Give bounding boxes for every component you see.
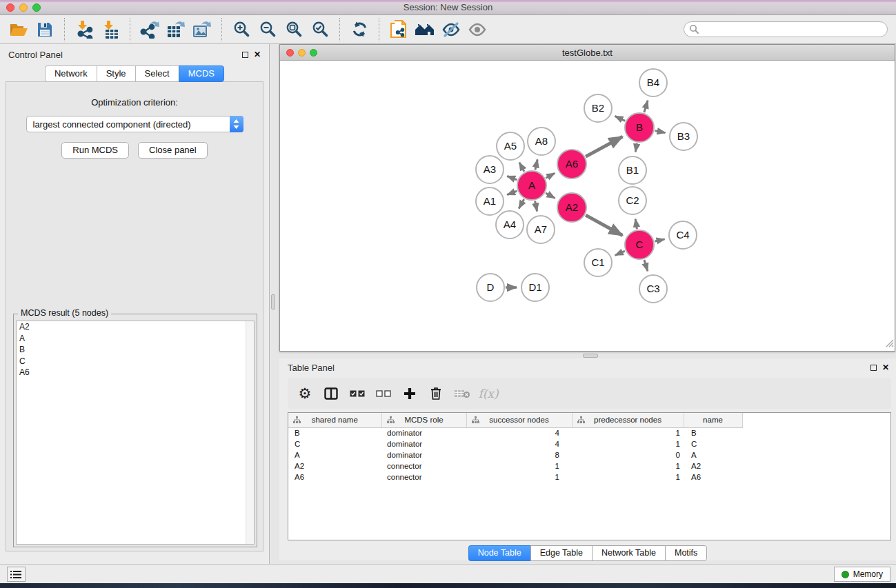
column-header-successor-nodes[interactable]: successor nodes	[466, 413, 572, 427]
graph-node-B3[interactable]: B3	[670, 123, 697, 150]
export-table-icon[interactable]	[165, 19, 187, 41]
graph-edge-B-B2[interactable]	[615, 116, 626, 121]
close-table-panel-icon[interactable]: ✕	[882, 363, 889, 372]
column-header-shared-name[interactable]: shared name	[288, 413, 381, 427]
table-settings-gear-icon[interactable]: ⚙	[295, 383, 315, 404]
export-network-icon[interactable]	[139, 19, 161, 41]
graph-node-B1[interactable]: B1	[619, 156, 646, 184]
column-header-predecessor-nodes[interactable]: predecessor nodes	[572, 413, 684, 427]
graph-edge-B-B1[interactable]	[635, 143, 637, 152]
graph-edge-B-B4[interactable]	[644, 101, 648, 112]
result-item[interactable]: A2	[17, 321, 254, 333]
table-row[interactable]: Adominator80A	[288, 449, 890, 460]
tab-node-table[interactable]: Node Table	[468, 545, 530, 561]
memory-button[interactable]: Memory	[834, 567, 890, 582]
float-table-panel-icon[interactable]	[870, 365, 877, 371]
network-close-button[interactable]	[286, 49, 294, 57]
tab-motifs[interactable]: Motifs	[665, 545, 707, 561]
horizontal-splitter-grip[interactable]	[583, 354, 598, 358]
graph-node-A3[interactable]: A3	[476, 156, 504, 183]
vertical-splitter-grip[interactable]	[271, 294, 275, 310]
search-input[interactable]	[684, 21, 888, 37]
graph-node-A1[interactable]: A1	[476, 187, 504, 215]
save-session-icon[interactable]	[34, 19, 56, 41]
table-row[interactable]: A6connector11A6	[288, 472, 890, 483]
new-network-from-selection-icon[interactable]	[388, 19, 410, 41]
table-row[interactable]: Bdominator41B	[288, 427, 890, 438]
home-networks-icon[interactable]	[414, 19, 436, 41]
show-columns-icon[interactable]	[321, 383, 341, 404]
graph-node-A2[interactable]: A2	[557, 193, 586, 222]
graph-edge-C-C1[interactable]	[615, 251, 625, 255]
show-eye-icon[interactable]	[466, 19, 488, 41]
graph-edge-A-A2[interactable]	[546, 193, 555, 198]
hide-panels-icon[interactable]	[440, 19, 462, 41]
tab-mcds[interactable]: MCDS	[179, 65, 224, 82]
graph-node-D[interactable]: D	[477, 274, 504, 301]
graph-node-C1[interactable]: C1	[584, 249, 612, 276]
refresh-icon[interactable]	[348, 19, 370, 41]
tab-style[interactable]: Style	[97, 65, 135, 82]
graph-node-A4[interactable]: A4	[496, 211, 524, 239]
column-header-mcds-role[interactable]: MCDS role	[381, 413, 466, 427]
select-all-columns-icon[interactable]	[347, 383, 368, 404]
result-item[interactable]: A	[17, 333, 254, 345]
result-item[interactable]: A6	[17, 367, 254, 378]
graph-node-D1[interactable]: D1	[521, 274, 549, 301]
unselect-all-columns-icon[interactable]	[373, 383, 394, 404]
network-minimize-button[interactable]	[298, 49, 306, 57]
import-table-icon[interactable]	[99, 19, 121, 41]
open-session-icon[interactable]	[8, 19, 30, 41]
graph-edge-A-A8[interactable]	[535, 159, 537, 170]
graph-edge-A6-B[interactable]	[586, 136, 622, 156]
close-panel-button[interactable]: Close panel	[138, 142, 208, 159]
table-row[interactable]: A2connector11A2	[288, 460, 890, 472]
graph-edge-A-A6[interactable]	[546, 173, 555, 178]
network-window-titlebar[interactable]: testGlobe.txt	[280, 45, 895, 61]
zoom-in-icon[interactable]	[230, 19, 252, 41]
graph-node-C4[interactable]: C4	[669, 221, 697, 249]
graph-edge-A-A7[interactable]	[535, 201, 537, 212]
zoom-window-button[interactable]	[32, 3, 41, 12]
delete-table-icon[interactable]	[452, 383, 472, 404]
graph-node-A5[interactable]: A5	[497, 132, 524, 160]
graph-node-A8[interactable]: A8	[528, 128, 555, 155]
import-network-icon[interactable]	[73, 19, 95, 41]
network-canvas[interactable]: B4B2BB3A8A5A6A3B1AA1C2A2A4A7C4CC1C3DD1	[280, 61, 895, 351]
zoom-selected-icon[interactable]	[309, 19, 331, 41]
tab-network-table[interactable]: Network Table	[592, 545, 665, 561]
network-zoom-button[interactable]	[310, 49, 317, 57]
graph-node-B[interactable]: B	[625, 113, 654, 142]
graph-edge-A-A5[interactable]	[519, 163, 524, 172]
zoom-fit-icon[interactable]	[283, 19, 305, 41]
graph-node-A[interactable]: A	[517, 171, 546, 200]
graph-edge-C-C3[interactable]	[644, 260, 648, 271]
tab-edge-table[interactable]: Edge Table	[530, 545, 592, 561]
graph-node-C3[interactable]: C3	[639, 275, 667, 303]
tab-network[interactable]: Network	[45, 65, 97, 82]
graph-node-C2[interactable]: C2	[619, 187, 646, 214]
window-resize-grip[interactable]	[884, 338, 894, 350]
float-panel-icon[interactable]	[242, 52, 248, 58]
graph-node-A6[interactable]: A6	[557, 150, 586, 179]
close-panel-icon[interactable]: ✕	[254, 50, 261, 59]
mcds-result-list[interactable]: A2ABCA6	[16, 321, 255, 545]
criterion-select[interactable]: largest connected component (directed)	[26, 116, 243, 132]
graph-edge-C-C2[interactable]	[635, 219, 637, 230]
graph-edge-A2-C[interactable]	[586, 215, 622, 235]
graph-edge-A-A1[interactable]	[507, 191, 517, 194]
graph-edge-A-A4[interactable]	[519, 199, 524, 208]
run-mcds-button[interactable]: Run MCDS	[61, 142, 129, 159]
zoom-out-icon[interactable]	[257, 19, 279, 41]
graph-node-C[interactable]: C	[625, 230, 654, 259]
graph-edge-A-A3[interactable]	[507, 176, 517, 180]
tab-select[interactable]: Select	[135, 65, 179, 82]
result-scrollbar[interactable]	[246, 321, 254, 544]
table-row[interactable]: Cdominator41C	[288, 438, 890, 449]
graph-node-A7[interactable]: A7	[527, 216, 555, 243]
result-item[interactable]: C	[17, 356, 254, 367]
minimize-window-button[interactable]	[19, 3, 28, 12]
delete-column-trash-icon[interactable]	[426, 383, 446, 404]
graph-node-B2[interactable]: B2	[584, 94, 612, 122]
graph-edge-C-C4[interactable]	[655, 239, 665, 241]
